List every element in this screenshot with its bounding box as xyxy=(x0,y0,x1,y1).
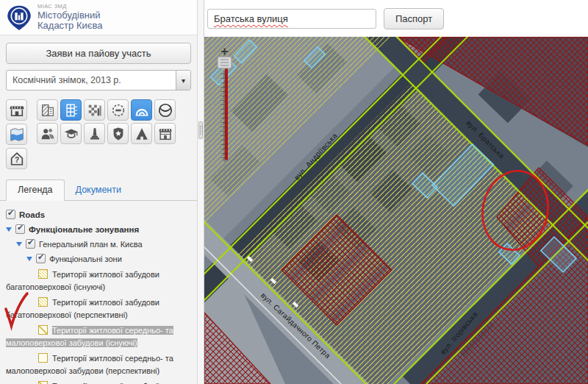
funczones-checkbox[interactable] xyxy=(36,254,46,263)
kyiv-cadastre-logo-icon xyxy=(6,4,32,31)
participation-requests-button[interactable]: Заяви на пайову участь xyxy=(6,43,191,64)
roads-label: Roads xyxy=(19,210,45,219)
zone-swatch-icon xyxy=(38,381,48,384)
arch-icon xyxy=(134,102,150,118)
legend-item-selected[interactable]: Території житлової середньо- та малопове… xyxy=(6,324,191,349)
arch-layer-button[interactable] xyxy=(131,99,152,121)
zoning-plan-icon xyxy=(63,102,79,118)
zoning-checkbox[interactable] xyxy=(15,224,25,234)
splitter-handle-icon[interactable] xyxy=(198,121,203,139)
passport-button[interactable]: Паспорт xyxy=(384,8,444,29)
map-layer-button[interactable] xyxy=(6,124,27,145)
legend-item[interactable]: Території житлової забудови багатоповерх… xyxy=(6,269,191,293)
collapse-arrow-icon[interactable] xyxy=(16,242,22,246)
main-area: Братська вулиця Паспорт xyxy=(204,0,588,384)
chevron-down-icon[interactable]: ▾ xyxy=(176,71,190,90)
kiosk-layer-button[interactable] xyxy=(154,123,176,144)
zone-swatch-icon xyxy=(38,353,48,363)
org-label: МІАС ЗМД xyxy=(37,4,102,10)
restricted-zone-layer-button[interactable] xyxy=(107,99,129,121)
sidebar: МІАС ЗМД Містобудівний Кадастр Києва Зая… xyxy=(0,0,197,384)
graduation-cap-icon xyxy=(63,126,79,142)
people-icon xyxy=(40,126,56,142)
police-layer-button[interactable] xyxy=(107,123,129,144)
legend-roads-row[interactable]: Roads xyxy=(6,210,191,219)
legend-group-genplan[interactable]: Генеральний план м. Києва xyxy=(6,239,191,249)
app-title-line2: Кадастр Києва xyxy=(37,21,102,31)
zone-swatch-icon xyxy=(38,325,48,335)
map-icon xyxy=(9,127,25,143)
parks-layer-button[interactable] xyxy=(131,123,152,144)
restricted-zone-icon xyxy=(110,102,126,118)
tab-legend[interactable]: Легенда xyxy=(6,179,65,201)
zoning-label: Функціональне зонування xyxy=(29,225,139,234)
monument-icon xyxy=(87,126,103,142)
basemap-selected-value: Космічний знімок, 2013 р. xyxy=(7,75,176,85)
genplan-label: Генеральний план м. Києва xyxy=(39,240,143,249)
legend-group-zoning[interactable]: Функціональне зонування xyxy=(6,224,191,234)
hatched-buildings-icon xyxy=(40,102,56,118)
legend-item[interactable]: Території житлової садибної забудови (іс… xyxy=(6,380,191,384)
legend-item[interactable]: Території житлової середньо- та малопове… xyxy=(6,352,191,377)
storefront-icon xyxy=(9,102,25,118)
map-viewport[interactable]: вул. Андріївська вул. Братська вул. Сага… xyxy=(204,37,588,384)
tab-documents[interactable]: Документи xyxy=(65,180,132,200)
mosaic-buildings-icon xyxy=(87,102,103,118)
search-input[interactable]: Братська вулиця xyxy=(207,9,376,29)
search-value: Братська вулиця xyxy=(214,13,288,24)
topbar: Братська вулиця Паспорт xyxy=(204,0,588,37)
genplan-checkbox[interactable] xyxy=(26,239,35,249)
monument-layer-button[interactable] xyxy=(84,123,105,144)
basemap-select[interactable]: Космічний знімок, 2013 р. ▾ xyxy=(6,70,191,90)
owl-layer-button[interactable] xyxy=(154,99,176,121)
svg-text:?: ? xyxy=(14,156,18,164)
education-layer-button[interactable] xyxy=(60,123,82,144)
mosaic-layer-button[interactable] xyxy=(84,99,105,121)
storefront-layer-button[interactable] xyxy=(6,99,27,121)
layer-toolbar: ? xyxy=(0,98,197,169)
police-badge-icon xyxy=(110,126,126,142)
panel-splitter[interactable] xyxy=(197,0,204,384)
collapse-arrow-icon[interactable] xyxy=(26,257,32,261)
sidebar-tabs: Легенда Документи xyxy=(0,178,197,201)
house-question-button[interactable]: ? xyxy=(6,148,27,169)
zone-swatch-icon xyxy=(38,297,48,307)
satellite-map[interactable]: вул. Андріївська вул. Братська вул. Сага… xyxy=(204,37,588,384)
funczones-label: Функціональні зони xyxy=(49,255,122,263)
zone-swatch-icon xyxy=(38,269,48,279)
legend-group-funczones[interactable]: Функціональні зони xyxy=(6,254,191,263)
tent-icon xyxy=(134,126,150,142)
app-header: МІАС ЗМД Містобудівний Кадастр Києва xyxy=(0,0,197,35)
app-title-line1: Містобудівний xyxy=(37,10,102,21)
house-question-icon: ? xyxy=(9,151,25,167)
people-layer-button[interactable] xyxy=(37,123,58,144)
legend-panel: Roads Функціональне зонування Генеральни… xyxy=(0,201,197,384)
app-window: МІАС ЗМД Містобудівний Кадастр Києва Зая… xyxy=(0,0,588,384)
roads-checkbox[interactable] xyxy=(6,210,15,219)
collapse-arrow-icon[interactable] xyxy=(6,227,12,232)
owl-icon xyxy=(157,102,173,118)
zoning-plan-layer-button[interactable] xyxy=(60,99,82,121)
kiosk-icon xyxy=(157,126,173,142)
legend-item[interactable]: Території житлової забудови багатоповерх… xyxy=(6,296,191,321)
buildings-hatched-layer-button[interactable] xyxy=(37,99,58,121)
